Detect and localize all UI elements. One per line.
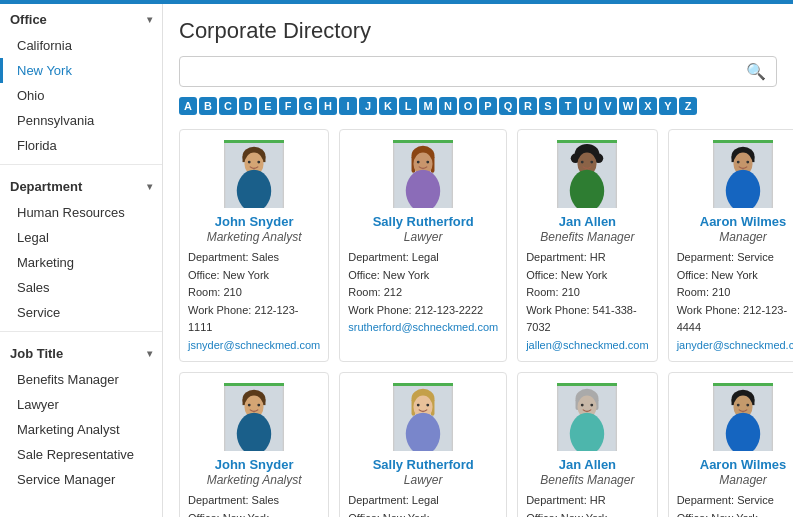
alpha-btn-x[interactable]: X: [639, 97, 657, 115]
alpha-btn-n[interactable]: N: [439, 97, 457, 115]
sidebar-item-pennsylvania[interactable]: Pennsylvania: [0, 108, 162, 133]
sidebar-item-service[interactable]: Service: [0, 300, 162, 325]
sidebar-item-lawyer[interactable]: Lawyer: [0, 392, 162, 417]
alpha-btn-l[interactable]: L: [399, 97, 417, 115]
employee-details: Deparment: Service Office: New York Room…: [677, 249, 793, 337]
employee-name[interactable]: John Snyder: [188, 214, 320, 229]
sidebar-item-service-manager[interactable]: Service Manager: [0, 467, 162, 492]
sidebar-item-california[interactable]: California: [0, 33, 162, 58]
alpha-btn-o[interactable]: O: [459, 97, 477, 115]
sidebar-section-office[interactable]: Office ▾: [0, 4, 162, 33]
svg-point-21: [581, 161, 584, 164]
svg-point-36: [257, 404, 260, 407]
sidebar-item-marketing-analyst[interactable]: Marketing Analyst: [0, 417, 162, 442]
employee-name[interactable]: Aaron Wilmes: [677, 214, 793, 229]
svg-point-5: [248, 161, 251, 164]
alpha-btn-w[interactable]: W: [619, 97, 637, 115]
employee-email[interactable]: janyder@schneckmed.com: [677, 339, 793, 351]
alpha-btn-u[interactable]: U: [579, 97, 597, 115]
employee-photo: [393, 140, 453, 208]
alpha-btn-y[interactable]: Y: [659, 97, 677, 115]
svg-point-14: [427, 161, 430, 164]
employee-email[interactable]: srutherford@schneckmed.com: [348, 321, 498, 333]
jobtitle-section-label: Job Title: [10, 346, 63, 361]
alpha-btn-f[interactable]: F: [279, 97, 297, 115]
alpha-btn-c[interactable]: C: [219, 97, 237, 115]
sidebar-item-hr[interactable]: Human Resources: [0, 200, 162, 225]
sidebar-item-sale-rep[interactable]: Sale Representative: [0, 442, 162, 467]
office-chevron-icon: ▾: [147, 14, 152, 25]
employee-card: Aaron Wilmes Manager Deparment: Service …: [668, 372, 793, 517]
department-section-label: Department: [10, 179, 82, 194]
alpha-btn-h[interactable]: H: [319, 97, 337, 115]
sidebar: Office ▾ California New York Ohio Pennsy…: [0, 4, 163, 517]
employee-job-title: Marketing Analyst: [188, 473, 320, 487]
employee-details: Department: Sales Office: New York Room:…: [188, 492, 320, 517]
alpha-btn-g[interactable]: G: [299, 97, 317, 115]
divider-1: [0, 164, 162, 165]
alpha-btn-q[interactable]: Q: [499, 97, 517, 115]
employee-name[interactable]: John Snyder: [188, 457, 320, 472]
employee-name[interactable]: Aaron Wilmes: [677, 457, 793, 472]
employee-name[interactable]: Jan Allen: [526, 457, 648, 472]
office-items: California New York Ohio Pennsylvania Fl…: [0, 33, 162, 158]
sidebar-section-jobtitle[interactable]: Job Title ▾: [0, 338, 162, 367]
main-content: Corporate Directory 🔍 ABCDEFGHIJKLMNOPQR…: [163, 4, 793, 517]
alpha-btn-e[interactable]: E: [259, 97, 277, 115]
search-icon[interactable]: 🔍: [746, 62, 766, 81]
sidebar-item-legal[interactable]: Legal: [0, 225, 162, 250]
svg-point-6: [257, 161, 260, 164]
employee-photo: [393, 383, 453, 451]
sidebar-section-department[interactable]: Department ▾: [0, 171, 162, 200]
employee-name[interactable]: Jan Allen: [526, 214, 648, 229]
employee-job-title: Manager: [677, 473, 793, 487]
sidebar-item-ohio[interactable]: Ohio: [0, 83, 162, 108]
sidebar-item-newyork[interactable]: New York: [0, 58, 162, 83]
alpha-btn-a[interactable]: A: [179, 97, 197, 115]
department-chevron-icon: ▾: [147, 181, 152, 192]
alpha-btn-r[interactable]: R: [519, 97, 537, 115]
employee-name[interactable]: Sally Rutherford: [348, 214, 498, 229]
svg-point-51: [581, 404, 584, 407]
employee-details: Department: Legal Office: New York Room:…: [348, 492, 483, 517]
employee-job-title: Benefits Manager: [526, 230, 648, 244]
employee-details: Department: Sales Office: New York Room:…: [188, 249, 320, 337]
sidebar-item-benefits-manager[interactable]: Benefits Manager: [0, 367, 162, 392]
alpha-btn-s[interactable]: S: [539, 97, 557, 115]
employee-card: Sally Rutherford Lawyer Department: Lega…: [339, 372, 507, 517]
svg-point-13: [417, 161, 420, 164]
employee-photo: [557, 383, 617, 451]
alpha-btn-k[interactable]: K: [379, 97, 397, 115]
employee-card: John Snyder Marketing Analyst Department…: [179, 129, 329, 362]
alpha-btn-b[interactable]: B: [199, 97, 217, 115]
alpha-btn-p[interactable]: P: [479, 97, 497, 115]
cards-grid: John Snyder Marketing Analyst Department…: [179, 129, 777, 517]
sidebar-item-sales[interactable]: Sales: [0, 275, 162, 300]
alpha-btn-d[interactable]: D: [239, 97, 257, 115]
employee-name[interactable]: Sally Rutherford: [348, 457, 498, 472]
alpha-btn-t[interactable]: T: [559, 97, 577, 115]
employee-card: Jan Allen Benefits Manager Department: H…: [517, 372, 657, 517]
search-input[interactable]: [190, 64, 746, 79]
alpha-btn-v[interactable]: V: [599, 97, 617, 115]
department-items: Human Resources Legal Marketing Sales Se…: [0, 200, 162, 325]
employee-card: Jan Allen Benefits Manager Department: H…: [517, 129, 657, 362]
alpha-btn-j[interactable]: J: [359, 97, 377, 115]
employee-photo: [713, 383, 773, 451]
office-section-label: Office: [10, 12, 47, 27]
employee-photo: [557, 140, 617, 208]
search-bar[interactable]: 🔍: [179, 56, 777, 87]
jobtitle-items: Benefits Manager Lawyer Marketing Analys…: [0, 367, 162, 492]
employee-photo: [224, 383, 284, 451]
employee-card: Aaron Wilmes Manager Deparment: Service …: [668, 129, 793, 362]
sidebar-item-marketing[interactable]: Marketing: [0, 250, 162, 275]
employee-details: Deparment: Service Office: New York Room…: [677, 492, 793, 517]
alpha-btn-m[interactable]: M: [419, 97, 437, 115]
employee-job-title: Benefits Manager: [526, 473, 648, 487]
sidebar-item-florida[interactable]: Florida: [0, 133, 162, 158]
employee-email[interactable]: jallen@schneckmed.com: [526, 339, 648, 351]
alpha-btn-z[interactable]: Z: [679, 97, 697, 115]
alpha-btn-i[interactable]: I: [339, 97, 357, 115]
svg-point-22: [591, 161, 594, 164]
employee-email[interactable]: jsnyder@schneckmed.com: [188, 339, 320, 351]
